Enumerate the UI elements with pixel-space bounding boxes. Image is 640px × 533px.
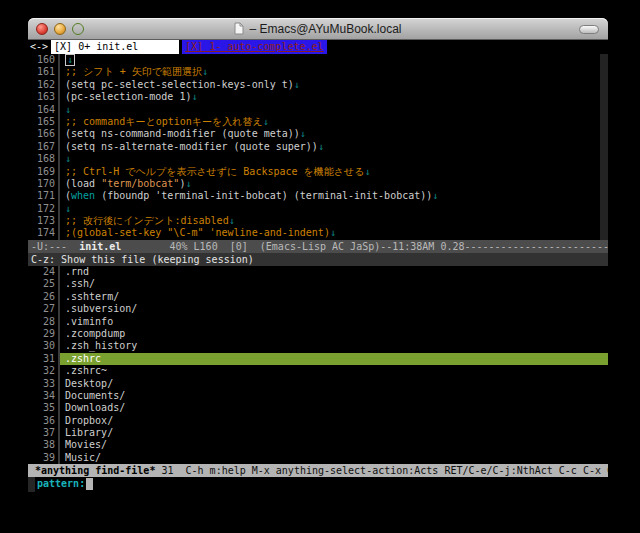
line-number: 174 bbox=[28, 227, 60, 239]
file-row[interactable]: 35Downloads/ bbox=[28, 402, 608, 414]
code-segment: ;; commandキーとoptionキーを入れ替え bbox=[65, 116, 263, 127]
file-name: Movies/ bbox=[60, 439, 608, 451]
mode-line-active: *anything find-file* 31 C-h m:help M-x a… bbox=[28, 464, 608, 477]
anything-file-list[interactable]: 24.rnd25.ssh/26.sshterm/27.subversion/28… bbox=[28, 266, 608, 464]
text-cursor bbox=[86, 478, 93, 490]
file-name: Music/ bbox=[60, 452, 608, 464]
line-content: ;; commandキーとoptionキーを入れ替え↓ bbox=[60, 116, 608, 128]
code-line: 161;; シフト + 矢印で範囲選択↓ bbox=[28, 66, 608, 78]
code-line: 167(setq ns-alternate-modifier (quote su… bbox=[28, 141, 608, 153]
code-segment: ;; Ctrl-H でヘルプを表示させずに Backspace を機能させる bbox=[65, 166, 364, 177]
emacs-window: – Emacs@AYuMuBook.local <-> [X] 0+ init.… bbox=[28, 18, 608, 492]
file-row[interactable]: 36Dropbox/ bbox=[28, 415, 608, 427]
newline-arrow-icon: ↓ bbox=[294, 79, 300, 90]
line-number: 170 bbox=[28, 178, 60, 190]
code-line: 174;(global-set-key "\C-m" 'newline-and-… bbox=[28, 227, 608, 239]
code-line: 166(setq ns-command-modifier (quote meta… bbox=[28, 128, 608, 140]
line-number: 29 bbox=[28, 328, 60, 340]
line-number: 173 bbox=[28, 215, 60, 227]
file-row[interactable]: 28.viminfo bbox=[28, 316, 608, 328]
window-title: – Emacs@AYuMuBook.local bbox=[249, 22, 401, 36]
newline-arrow-icon: ↓ bbox=[185, 178, 191, 189]
minibuffer[interactable]: pattern: bbox=[28, 477, 608, 492]
line-number: 171 bbox=[28, 190, 60, 202]
code-line: 165;; commandキーとoptionキーを入れ替え↓ bbox=[28, 116, 608, 128]
line-content: ↓ bbox=[60, 203, 608, 215]
line-content: (setq ns-alternate-modifier (quote super… bbox=[60, 141, 608, 153]
code-segment: ;(global-set-key "\C-m" 'newline-and-ind… bbox=[65, 227, 330, 238]
newline-arrow-icon: ↓ bbox=[229, 215, 235, 226]
file-row[interactable]: 29.zcompdump bbox=[28, 328, 608, 340]
newline-arrow-icon: ↓ bbox=[65, 153, 71, 164]
code-line: 162(setq pc-select-selection-keys-only t… bbox=[28, 79, 608, 91]
document-icon bbox=[234, 22, 244, 35]
hollow-cursor: ↓ bbox=[65, 54, 75, 66]
file-name: .subversion/ bbox=[60, 303, 608, 315]
scrollbar[interactable] bbox=[600, 54, 608, 240]
code-line: 163(pc-selection-mode 1)↓ bbox=[28, 91, 608, 103]
code-segment: (pc-selection-mode 1) bbox=[65, 91, 191, 102]
code-segment: (load bbox=[65, 178, 101, 189]
file-row[interactable]: 24.rnd bbox=[28, 266, 608, 278]
line-number: 164 bbox=[28, 104, 60, 116]
line-number: 34 bbox=[28, 390, 60, 402]
line-number: 31 bbox=[28, 353, 60, 365]
file-row[interactable]: 27.subversion/ bbox=[28, 303, 608, 315]
newline-arrow-icon: ↓ bbox=[318, 141, 324, 152]
code-line: 172↓ bbox=[28, 203, 608, 215]
toolbar-toggle-button[interactable] bbox=[579, 25, 599, 34]
line-number: 167 bbox=[28, 141, 60, 153]
line-number: 24 bbox=[28, 266, 60, 278]
modeline-status: 40% L160 [0] (Emacs-Lisp AC JaSp)--11:38… bbox=[121, 241, 608, 252]
line-content: ;; シフト + 矢印で範囲選択↓ bbox=[60, 66, 608, 78]
code-segment: (setq pc-select-selection-keys-only t) bbox=[65, 79, 294, 90]
newline-arrow-icon: ↓ bbox=[65, 104, 71, 115]
line-number: 30 bbox=[28, 340, 60, 352]
tab-auto-complete-el[interactable]: [X] 1- auto-complete.el bbox=[182, 40, 326, 54]
code-line: 169;; Ctrl-H でヘルプを表示させずに Backspace を機能させ… bbox=[28, 166, 608, 178]
file-name: Library/ bbox=[60, 427, 608, 439]
line-number: 32 bbox=[28, 365, 60, 377]
code-line: 173;; 改行後にインデント:disabled↓ bbox=[28, 215, 608, 227]
file-row[interactable]: 38Movies/ bbox=[28, 439, 608, 451]
tab-scroll-button[interactable]: <-> bbox=[28, 40, 50, 54]
file-row[interactable]: 32.zshrc~ bbox=[28, 365, 608, 377]
modeline-prefix: -U:--- bbox=[31, 241, 79, 252]
file-name: Dropbox/ bbox=[60, 415, 608, 427]
newline-arrow-icon: ↓ bbox=[330, 227, 336, 238]
line-content: ↓ bbox=[60, 104, 608, 116]
code-line: 170(load "term/bobcat")↓ bbox=[28, 178, 608, 190]
newline-arrow-icon: ↓ bbox=[191, 91, 197, 102]
code-segment: (setq ns-command-modifier (quote meta)) bbox=[65, 128, 300, 139]
code-area[interactable]: 160↓161;; シフト + 矢印で範囲選択↓162(setq pc-sele… bbox=[28, 54, 608, 240]
file-name: .rnd bbox=[60, 266, 608, 278]
file-row[interactable]: 34Documents/ bbox=[28, 390, 608, 402]
file-row[interactable]: 31.zshrc bbox=[28, 353, 608, 365]
file-name: Documents/ bbox=[60, 390, 608, 402]
file-name: .viminfo bbox=[60, 316, 608, 328]
file-row[interactable]: 37Library/ bbox=[28, 427, 608, 439]
file-row[interactable]: 39Music/ bbox=[28, 452, 608, 464]
line-number: 26 bbox=[28, 291, 60, 303]
line-content: (setq ns-command-modifier (quote meta))↓ bbox=[60, 128, 608, 140]
line-content: ↓ bbox=[60, 153, 608, 165]
title-bar[interactable]: – Emacs@AYuMuBook.local bbox=[28, 18, 608, 40]
file-row[interactable]: 33Desktop/ bbox=[28, 378, 608, 390]
file-name: .zcompdump bbox=[60, 328, 608, 340]
line-number: 39 bbox=[28, 452, 60, 464]
screen: – Emacs@AYuMuBook.local <-> [X] 0+ init.… bbox=[0, 0, 640, 533]
line-number: 160 bbox=[28, 54, 60, 66]
line-number: 162 bbox=[28, 79, 60, 91]
anything-keybind-help: 31 C-h m:help M-x anything-select-action… bbox=[155, 465, 608, 476]
code-line: 171(when (fboundp 'terminal-init-bobcat)… bbox=[28, 190, 608, 202]
tab-init-el[interactable]: [X] 0+ init.el bbox=[51, 40, 179, 54]
code-segment: (fboundp 'terminal-init-bobcat) (termina… bbox=[95, 190, 432, 201]
line-content: (load "term/bobcat")↓ bbox=[60, 178, 608, 190]
line-content: (when (fboundp 'terminal-init-bobcat) (t… bbox=[60, 190, 608, 202]
file-row[interactable]: 30.zsh_history bbox=[28, 340, 608, 352]
file-name: .sshterm/ bbox=[60, 291, 608, 303]
title-area: – Emacs@AYuMuBook.local bbox=[28, 18, 608, 39]
file-row[interactable]: 26.sshterm/ bbox=[28, 291, 608, 303]
code-segment: ;; 改行後にインデント:disabled bbox=[65, 215, 229, 226]
file-row[interactable]: 25.ssh/ bbox=[28, 278, 608, 290]
